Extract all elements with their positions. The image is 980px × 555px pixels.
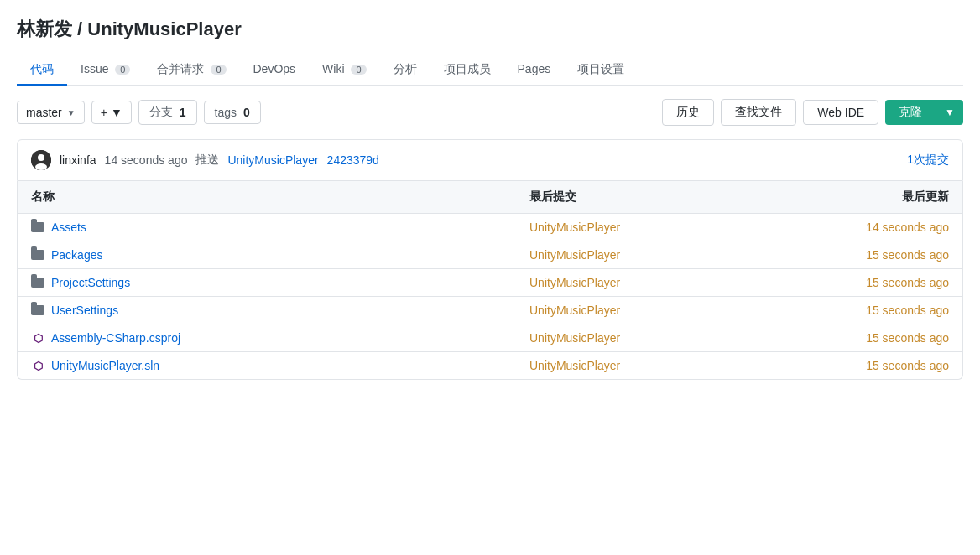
file-name-cell: ProjectSettings [31,276,529,289]
nav-tabs: 代码 Issue 0 合并请求 0 DevOps Wiki 0 分析 项目成员 … [17,55,963,86]
vs-icon: ⬡ [31,359,44,372]
file-link[interactable]: Assembly-CSharp.csproj [51,331,180,345]
branch-name: master [26,106,62,119]
folder-icon [31,305,44,315]
tab-devops[interactable]: DevOps [240,55,310,86]
tab-wiki[interactable]: Wiki 0 [309,55,379,86]
clone-button[interactable]: 克隆 [885,100,936,125]
branch-count-button[interactable]: 分支 1 [138,100,197,125]
branch-selector[interactable]: master ▼ [17,101,85,124]
file-link[interactable]: Assets [51,220,86,234]
commit-repo-link[interactable]: UnityMusicPlayer [227,153,318,167]
file-name-cell: Assets [31,220,529,234]
table-row: Packages UnityMusicPlayer 15 seconds ago [18,241,962,269]
commit-message: UnityMusicPlayer [529,303,781,317]
tab-code[interactable]: 代码 [17,55,67,86]
avatar [31,150,51,170]
col-name: 名称 [31,189,529,205]
history-button[interactable]: 历史 [662,99,714,126]
table-header: 名称 最后提交 最后更新 [18,181,962,214]
clone-dropdown-arrow[interactable]: ▼ [936,100,963,125]
commit-message: UnityMusicPlayer [529,331,781,345]
table-row: UserSettings UnityMusicPlayer 15 seconds… [18,297,962,324]
tab-merge[interactable]: 合并请求 0 [143,55,239,86]
tab-settings[interactable]: 项目设置 [564,55,638,86]
file-link[interactable]: UserSettings [51,303,118,317]
find-file-button[interactable]: 查找文件 [721,99,796,126]
tags-count-value: 0 [243,106,250,119]
tab-analysis[interactable]: 分析 [380,55,430,86]
commit-message: UnityMusicPlayer [529,220,781,234]
commit-username: linxinfa [60,153,96,167]
file-name-cell: UserSettings [31,303,529,317]
tags-label: tags [215,106,237,119]
update-time: 15 seconds ago [781,359,949,372]
file-link[interactable]: UnityMusicPlayer.sln [51,359,159,372]
svg-point-2 [35,163,47,170]
commit-message: UnityMusicPlayer [529,276,781,289]
tab-issue[interactable]: Issue 0 [67,55,143,86]
col-last-update: 最后更新 [781,189,949,205]
folder-icon [31,250,44,260]
table-row: ⬡ Assembly-CSharp.csproj UnityMusicPlaye… [18,324,962,352]
file-name-cell: ⬡ UnityMusicPlayer.sln [31,359,529,372]
tab-members[interactable]: 项目成员 [430,55,504,86]
tab-pages[interactable]: Pages [504,55,565,86]
file-table: 名称 最后提交 最后更新 Assets UnityMusicPlayer 14 … [17,181,963,380]
commit-count-link[interactable]: 1次提交 [907,153,949,168]
file-name-cell: Packages [31,248,529,262]
chevron-down-icon: ▼ [111,106,122,119]
update-time: 15 seconds ago [781,276,949,289]
tags-count-button[interactable]: tags 0 [204,101,261,124]
update-time: 15 seconds ago [781,248,949,262]
commit-message: UnityMusicPlayer [529,248,781,262]
folder-icon [31,278,44,288]
folder-icon [31,222,44,232]
update-time: 15 seconds ago [781,331,949,345]
commit-time: 14 seconds ago [105,153,188,167]
commit-pushed-text: 推送 [195,153,219,168]
branch-count-value: 1 [180,106,186,119]
repo-title: 林新发 / UnityMusicPlayer [17,17,963,42]
commit-hash[interactable]: 2423379d [327,153,379,167]
clone-button-group: 克隆 ▼ [885,100,963,125]
update-time: 14 seconds ago [781,220,949,234]
web-ide-button[interactable]: Web IDE [803,100,878,125]
svg-point-1 [38,154,44,161]
vs-icon: ⬡ [31,331,44,345]
table-row: Assets UnityMusicPlayer 14 seconds ago [18,214,962,241]
branch-count-label: 分支 [149,105,173,120]
add-button[interactable]: + ▼ [91,101,132,124]
file-name-cell: ⬡ Assembly-CSharp.csproj [31,331,529,345]
col-last-commit: 最后提交 [529,189,781,205]
table-row: ProjectSettings UnityMusicPlayer 15 seco… [18,269,962,297]
commit-message: UnityMusicPlayer [529,359,781,372]
chevron-down-icon: ▼ [67,108,76,117]
update-time: 15 seconds ago [781,303,949,317]
file-link[interactable]: Packages [51,248,102,262]
table-row: ⬡ UnityMusicPlayer.sln UnityMusicPlayer … [18,352,962,379]
commit-info-box: linxinfa 14 seconds ago 推送 UnityMusicPla… [17,139,963,181]
plus-icon: + [101,106,107,119]
file-link[interactable]: ProjectSettings [51,276,130,289]
toolbar: master ▼ + ▼ 分支 1 tags 0 历史 查找文件 Web IDE… [17,99,963,126]
